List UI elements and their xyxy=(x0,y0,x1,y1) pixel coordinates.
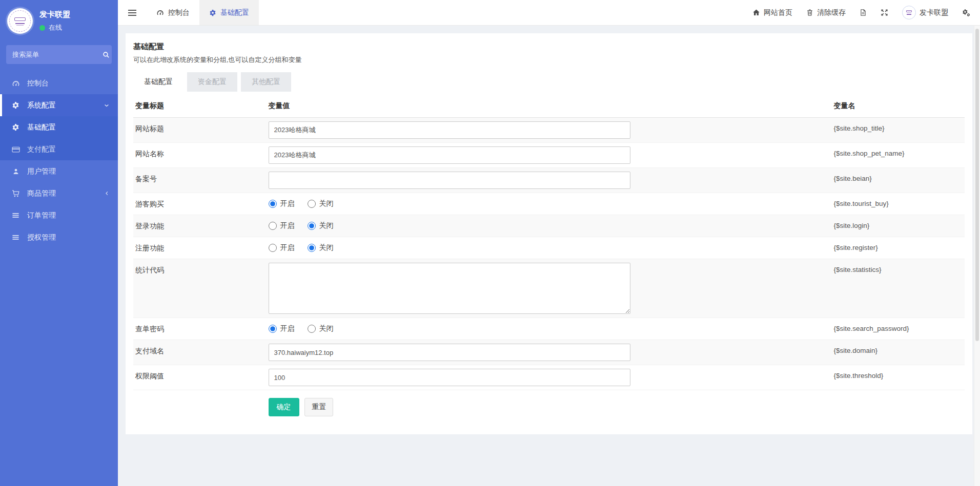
submit-button[interactable]: 确定 xyxy=(269,398,299,416)
scrollbar-thumb[interactable] xyxy=(975,29,979,341)
sidebar-item-order-management[interactable]: 订单管理 xyxy=(0,204,118,226)
table-row: 支付域名 {$site.domain} xyxy=(133,340,965,365)
search-password-off-radio[interactable] xyxy=(308,325,316,333)
file-icon xyxy=(860,9,867,16)
var-name: {$site.login} xyxy=(831,215,965,237)
table-header-row: 变量标题 变量值 变量名 xyxy=(133,95,965,118)
radio-label: 开启 xyxy=(280,199,295,208)
reset-button[interactable]: 重置 xyxy=(304,398,333,416)
sidebar-item-label: 系统配置 xyxy=(27,101,56,110)
fullscreen-button[interactable] xyxy=(881,9,888,16)
field-label: 网站名称 xyxy=(133,143,267,168)
shop-title-input[interactable] xyxy=(269,121,630,139)
brand-title: 发卡联盟 xyxy=(39,10,70,19)
sidebar-item-auth-management[interactable]: 授权管理 xyxy=(0,226,118,248)
clear-cache-button[interactable]: 清除缓存 xyxy=(806,8,846,17)
sidebar-item-system-config[interactable]: 系统配置 xyxy=(0,94,118,116)
fullscreen-icon xyxy=(881,9,888,16)
chevron-down-icon xyxy=(104,102,110,109)
tab-funds[interactable]: 资金配置 xyxy=(187,72,237,92)
topbar-actions: 网站首页 清除缓存 xyxy=(752,0,980,25)
sidebar-item-user-management[interactable]: 用户管理 xyxy=(0,160,118,182)
header-var-title: 变量标题 xyxy=(133,95,267,118)
search-password-radio-group: 开启 关闭 xyxy=(269,322,830,336)
field-label: 登录功能 xyxy=(133,215,267,237)
register-off-radio[interactable] xyxy=(308,244,316,252)
user-menu[interactable]: 发卡联盟 xyxy=(902,6,948,19)
site-home-link[interactable]: 网站首页 xyxy=(752,8,792,17)
tab-label: 基础配置 xyxy=(220,8,249,17)
header-var-name: 变量名 xyxy=(831,95,965,118)
beian-input[interactable] xyxy=(269,172,630,189)
table-row: 登录功能 开启 关闭 {$site.login} xyxy=(133,215,965,237)
sidebar-item-label: 支付配置 xyxy=(27,145,56,154)
vertical-scrollbar[interactable] xyxy=(974,26,980,486)
docs-button[interactable] xyxy=(860,9,867,16)
action-label: 网站首页 xyxy=(764,8,792,17)
field-label: 网站标题 xyxy=(133,118,267,143)
domain-input[interactable] xyxy=(269,344,630,361)
tab-basic-config[interactable]: 基础配置 xyxy=(199,0,259,25)
threshold-input[interactable] xyxy=(269,369,630,386)
var-name: {$site.threshold} xyxy=(831,365,965,390)
radio-label: 关闭 xyxy=(319,199,334,208)
tourist-buy-off-radio[interactable] xyxy=(308,200,316,208)
hamburger-icon[interactable] xyxy=(118,0,147,25)
button-row: 确定 重置 xyxy=(133,390,965,426)
config-panel: 基础配置 可以在此增改系统的变量和分组,也可以自定义分组和变量 基础配置 资金配… xyxy=(126,33,972,434)
config-tabs: 基础配置 资金配置 其他配置 xyxy=(133,72,965,92)
sidebar-item-label: 商品管理 xyxy=(27,189,56,198)
tab-other[interactable]: 其他配置 xyxy=(241,72,291,92)
var-name: {$site.tourist_buy} xyxy=(831,193,965,215)
gauge-icon xyxy=(11,79,21,88)
content-area: 基础配置 可以在此增改系统的变量和分组,也可以自定义分组和变量 基础配置 资金配… xyxy=(118,26,980,486)
sidebar-item-label: 用户管理 xyxy=(27,167,56,176)
shop-name-input[interactable] xyxy=(269,146,630,164)
var-name: {$site.shop_title} xyxy=(831,118,965,143)
online-label: 在线 xyxy=(49,23,62,32)
brand-avatar xyxy=(7,8,33,34)
register-on-radio[interactable] xyxy=(269,244,277,252)
tourist-buy-radio-group: 开启 关闭 xyxy=(269,197,830,211)
radio-label: 关闭 xyxy=(319,221,334,230)
var-name: {$site.search_password} xyxy=(831,318,965,340)
table-row: 游客购买 开启 关闭 {$site.tourist_buy} xyxy=(133,193,965,215)
sidebar-item-payment-config[interactable]: 支付配置 xyxy=(0,138,118,160)
search-password-on-radio[interactable] xyxy=(269,325,277,333)
radio-label: 关闭 xyxy=(319,243,334,252)
app-window: 发卡联盟 在线 控制台 xyxy=(0,0,980,486)
search-icon xyxy=(103,51,110,58)
tab-label: 控制台 xyxy=(168,8,190,17)
menu-search[interactable] xyxy=(6,45,112,64)
table-row: 备案号 {$site.beian} xyxy=(133,168,965,193)
settings-button[interactable] xyxy=(962,9,971,17)
statistics-textarea[interactable] xyxy=(269,263,630,314)
tab-dashboard[interactable]: 控制台 xyxy=(147,0,199,25)
field-label: 注册功能 xyxy=(133,237,267,259)
radio-label: 开启 xyxy=(280,221,295,230)
field-label: 支付域名 xyxy=(133,340,267,365)
radio-label: 开启 xyxy=(280,324,295,333)
sidebar-item-product-management[interactable]: 商品管理 xyxy=(0,182,118,204)
page-title: 基础配置 xyxy=(133,42,965,52)
topbar: 控制台 基础配置 网站首页 清除 xyxy=(118,0,980,26)
user-name: 发卡联盟 xyxy=(920,8,948,17)
user-icon xyxy=(11,168,21,175)
header-var-value: 变量值 xyxy=(267,95,832,118)
system-config-submenu: 基础配置 支付配置 xyxy=(0,116,118,160)
login-on-radio[interactable] xyxy=(269,222,277,230)
login-off-radio[interactable] xyxy=(308,222,316,230)
list-icon xyxy=(11,234,21,241)
menu-search-input[interactable] xyxy=(12,51,103,58)
var-name: {$site.beian} xyxy=(831,168,965,193)
gauge-icon xyxy=(156,9,164,16)
sidebar-item-label: 授权管理 xyxy=(27,233,56,242)
sidebar-item-dashboard[interactable]: 控制台 xyxy=(0,72,118,94)
tourist-buy-on-radio[interactable] xyxy=(269,200,277,208)
online-dot-icon xyxy=(39,25,45,31)
tab-basic[interactable]: 基础配置 xyxy=(133,72,183,92)
config-table: 变量标题 变量值 变量名 网站标题 {$site.shop_title} 网站名… xyxy=(133,95,965,426)
field-label: 查单密码 xyxy=(133,318,267,340)
sidebar-item-basic-config[interactable]: 基础配置 xyxy=(0,116,118,138)
sidebar-item-label: 基础配置 xyxy=(27,123,56,132)
